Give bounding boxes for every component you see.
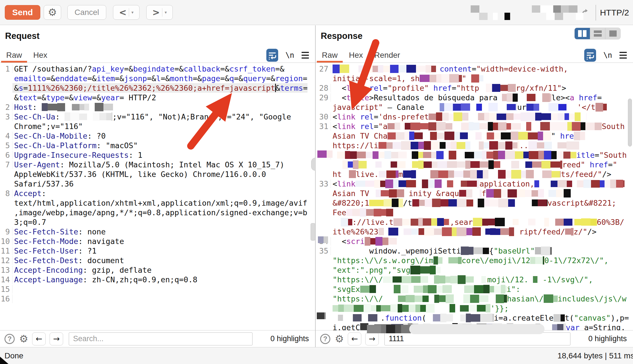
target-area: HTTP/2	[580, 0, 633, 25]
menu-icon[interactable]	[619, 52, 627, 59]
history-back-button[interactable]: < ▾	[113, 5, 140, 20]
request-tab-hex[interactable]: Hex	[28, 48, 52, 63]
find-next-button[interactable]: →	[50, 332, 63, 345]
search-settings-gear-icon[interactable]: ⚙	[19, 333, 28, 345]
redaction-mosaic	[317, 312, 326, 319]
request-highlights-count: 0 highlights	[253, 334, 309, 343]
burp-repeater-window: Send ⚙ Cancel < ▾ > ▾ HTTP/2 Reques	[0, 0, 633, 364]
find-previous-button[interactable]: ←	[32, 332, 46, 345]
help-icon[interactable]: ?	[320, 334, 330, 344]
layout-single-button[interactable]	[605, 28, 620, 39]
status-bar: Done 18,644 bytes | 511 ms	[0, 347, 633, 364]
layout-columns-button[interactable]	[575, 28, 590, 39]
response-panel-header: Response Raw Hex Render	[316, 25, 633, 63]
menu-icon[interactable]	[302, 52, 309, 59]
divider-handle[interactable]	[311, 158, 315, 171]
response-search-input[interactable]	[384, 332, 570, 345]
redaction-mosaic	[317, 150, 333, 158]
response-tab-render[interactable]: Render	[369, 48, 405, 63]
newline-toggle[interactable]: \n	[603, 51, 612, 59]
redaction-blob	[409, 324, 545, 334]
response-stats: 18,644 bytes | 511 ms	[557, 351, 633, 360]
request-settings-button[interactable]: ⚙	[44, 5, 61, 20]
redaction-mosaic	[318, 236, 328, 243]
newline-toggle[interactable]: \n	[285, 51, 294, 59]
layout-toggle	[574, 28, 621, 39]
request-editor[interactable]: 1GET /southasian/?api_key=&begindate=&ca…	[0, 63, 315, 330]
http-version-label: HTTP/2	[600, 8, 629, 17]
send-button[interactable]: Send	[5, 5, 40, 20]
response-tabs: Raw Hex Render \n	[316, 48, 633, 63]
redaction-mosaic	[471, 5, 583, 21]
response-tab-raw[interactable]: Raw	[317, 48, 343, 63]
word-wrap-icon[interactable]	[584, 49, 596, 62]
back-chevron-icon: <	[119, 7, 127, 18]
back-dropdown-icon[interactable]: ▾	[131, 10, 134, 15]
request-panel-header: Request Raw Hex \n	[0, 25, 315, 63]
request-tab-raw[interactable]: Raw	[1, 48, 27, 63]
history-forward-button[interactable]: > ▾	[146, 5, 173, 20]
request-tabs: Raw Hex \n	[0, 48, 315, 63]
response-panel: Response Raw Hex Render	[316, 25, 633, 347]
response-scrollbar[interactable]	[628, 99, 632, 147]
request-panel: Request Raw Hex \n	[0, 25, 315, 347]
word-wrap-icon[interactable]	[266, 49, 278, 62]
layout-rows-button[interactable]	[590, 28, 605, 39]
help-icon[interactable]: ?	[5, 334, 15, 344]
gear-icon: ⚙	[48, 6, 57, 18]
response-editor[interactable]: 27content="width=device-width,initial-sc…	[316, 63, 633, 330]
request-find-bar: ? ⚙ ← → 0 highlights	[0, 330, 315, 347]
request-search-input[interactable]	[69, 332, 253, 345]
find-next-button[interactable]: →	[365, 332, 379, 345]
request-title: Request	[0, 25, 315, 41]
status-message: Done	[5, 351, 23, 360]
forward-chevron-icon: >	[152, 7, 160, 18]
cancel-button[interactable]: Cancel	[67, 5, 106, 20]
response-tab-hex[interactable]: Hex	[344, 48, 368, 63]
forward-dropdown-icon[interactable]: ▾	[165, 10, 167, 15]
divider-handle[interactable]	[311, 223, 315, 241]
response-highlights-count: 0 highlights	[570, 334, 627, 343]
find-previous-button[interactable]: ←	[348, 332, 361, 345]
search-settings-gear-icon[interactable]: ⚙	[335, 333, 344, 345]
